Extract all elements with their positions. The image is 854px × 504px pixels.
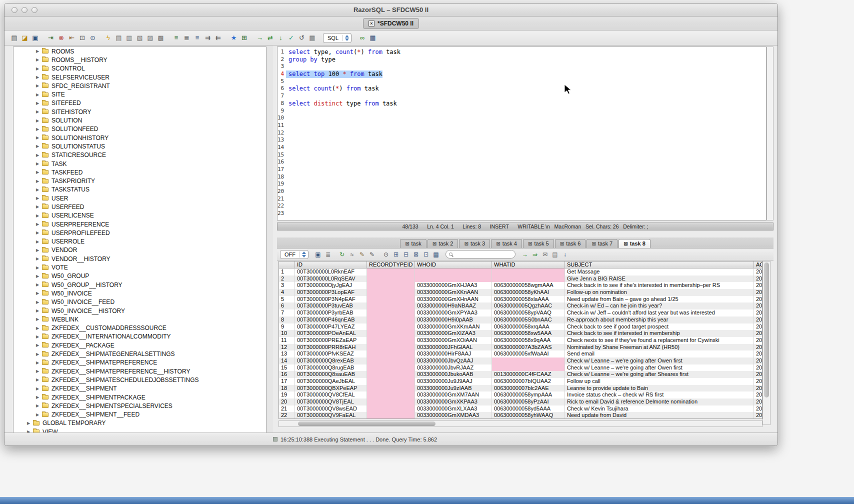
table-cell[interactable] xyxy=(492,276,565,282)
table-cell[interactable]: 200 xyxy=(754,385,762,392)
table-cell[interactable]: Check w/ Kevin Tsujihara xyxy=(565,406,754,412)
search-results-icon[interactable]: ⊙ xyxy=(382,250,390,259)
disclosure-triangle-icon[interactable]: ▶ xyxy=(36,101,42,106)
tree-item[interactable]: ▶TASKPRIORITY xyxy=(14,176,266,185)
table-cell[interactable]: 200 xyxy=(754,406,762,412)
table-cell[interactable]: 0033000000GmXPYAA3 xyxy=(415,310,492,316)
table-cell[interactable]: 00630000007bIQUAA2 xyxy=(492,378,565,385)
table-cell[interactable]: 0033000000JFhGlAAL xyxy=(415,344,492,351)
table-cell[interactable]: 00T3000000P3tuvEAB xyxy=(295,302,367,310)
table-cell[interactable]: 200 xyxy=(754,282,762,289)
table-cell[interactable]: Check-in w/ Ed – can he join this year? xyxy=(565,302,754,310)
close-result-tab-icon[interactable]: ⊠ xyxy=(624,241,628,246)
horizontal-scroll-thumb[interactable] xyxy=(298,422,436,426)
disclosure-triangle-icon[interactable]: ▶ xyxy=(36,49,42,54)
tree-item[interactable]: ▶USER xyxy=(14,194,266,202)
database-browser-tree[interactable]: ▶ROOMS▶ROOMS__HISTORY▶SCONTROL▶SELFSERVI… xyxy=(13,46,266,434)
stop-icon[interactable]: ⊗ xyxy=(56,33,66,42)
table-cell[interactable]: 00T3000000Q8sauEAB xyxy=(295,371,367,378)
table-row[interactable]: 400T3000000P3LopEAF0033000000GmXKnAAN006… xyxy=(279,289,762,296)
table-cell[interactable]: 00T3000000PfvKSEAZ xyxy=(295,350,367,358)
validate-check-icon[interactable]: ✓ xyxy=(286,33,296,42)
editor-line[interactable]: 3 xyxy=(278,63,766,70)
disclosure-triangle-icon[interactable]: ▶ xyxy=(36,386,42,391)
editor-line[interactable]: 18 xyxy=(278,174,766,181)
results-doc-icon[interactable]: ▤ xyxy=(114,33,124,42)
table-cell[interactable]: Need update from David xyxy=(565,412,754,419)
undo-icon[interactable]: ↺ xyxy=(297,33,306,42)
table-cell[interactable] xyxy=(492,358,565,364)
row-limit-select[interactable]: OFF xyxy=(280,250,308,259)
close-result-tab-icon[interactable]: ⊠ xyxy=(405,241,409,246)
table-cell[interactable]: 200 xyxy=(754,344,762,351)
table-cell[interactable]: 0033000000GmXMDAA3 xyxy=(415,412,492,419)
table-cell[interactable]: 200 xyxy=(754,412,762,419)
table-cell[interactable]: 0033000000GmXKnAAN xyxy=(415,289,492,296)
table-cell[interactable]: 006300000058x9qAAA xyxy=(492,337,565,344)
disclosure-triangle-icon[interactable]: ▶ xyxy=(27,421,33,426)
table-cell[interactable]: 0033000000H9i0pAAB xyxy=(415,316,492,324)
tree-item[interactable]: ▶W50_GROUP__HISTORY xyxy=(14,280,266,289)
table-cell[interactable]: 200 xyxy=(754,350,762,358)
table-cell[interactable]: Check back in to see if she's interested… xyxy=(565,282,754,289)
connections-icon[interactable]: ∞ xyxy=(358,33,367,42)
tree-item[interactable]: ▶ZKFEDEX__SHIPMATEPREFERENCE__HISTORY xyxy=(14,367,266,376)
disclosure-triangle-icon[interactable]: ▶ xyxy=(36,282,42,287)
table-cell[interactable]: Check back to see if interested in membe… xyxy=(565,330,754,337)
table-cell[interactable]: 200 xyxy=(754,364,762,372)
table-cell[interactable]: Get Massage xyxy=(565,268,754,276)
table-cell[interactable] xyxy=(367,296,415,303)
result-tab[interactable]: ⊠task 2 xyxy=(428,239,458,248)
table-cell[interactable] xyxy=(415,268,492,276)
table-row[interactable]: 1500T3000000Q8rugEAB0033000000JbvRJAAZCh… xyxy=(279,364,762,372)
tree-item[interactable]: ▶W50_INVOICE__FEED xyxy=(14,298,266,306)
table-row[interactable]: 700T3000000P3yrbEAB0033000000GmXPYAA3006… xyxy=(279,310,762,316)
fetch-down-icon[interactable]: ↓ xyxy=(276,33,286,42)
table-cell[interactable]: 00T3000000Q8rugEAB xyxy=(295,364,367,372)
edit-insert-icon[interactable]: ✎ xyxy=(358,250,366,259)
outdent-icon[interactable]: ⇇ xyxy=(214,33,223,42)
disclosure-triangle-icon[interactable]: ▶ xyxy=(36,300,42,304)
table-cell[interactable]: 00630000007blc2AAE xyxy=(492,385,565,392)
table-cell[interactable]: 200 xyxy=(754,358,762,364)
table-cell[interactable] xyxy=(367,392,415,398)
delete-row-icon[interactable]: ⊠ xyxy=(412,250,420,259)
table-cell[interactable]: 00T3000000QV8TjEAL xyxy=(295,398,367,406)
close-result-tab-icon[interactable]: ⊠ xyxy=(496,241,500,246)
schedule-icon[interactable]: ▦ xyxy=(308,33,317,42)
copy-cell-icon[interactable]: ⊡ xyxy=(422,250,430,259)
result-tab[interactable]: ⊠task 7 xyxy=(586,239,618,248)
table-cell[interactable]: 0033000000JbvQzAAJ xyxy=(415,358,492,364)
editor-line[interactable]: 17 xyxy=(278,166,766,174)
disclosure-triangle-icon[interactable]: ▶ xyxy=(36,343,42,348)
indent-icon[interactable]: ⇉ xyxy=(203,33,212,42)
table-cell[interactable]: 00T3000000QV8wsEAD xyxy=(295,406,367,412)
table-cell[interactable] xyxy=(492,364,565,372)
table-cell[interactable]: Follow up call xyxy=(565,378,754,385)
table-cell[interactable] xyxy=(367,385,415,392)
column-header[interactable]: ID xyxy=(295,262,367,268)
editor-line[interactable]: 9 xyxy=(278,108,766,115)
clipboard-paste-icon[interactable]: ▩ xyxy=(156,33,166,42)
row-list-icon[interactable]: ≡ xyxy=(172,33,181,42)
column-header[interactable]: WHOID xyxy=(415,262,492,268)
table-cell[interactable]: 0033000000JbvRJAAZ xyxy=(415,364,492,372)
tree-item[interactable]: ▶USERROLE xyxy=(14,238,266,246)
table-cell[interactable] xyxy=(367,316,415,324)
table-cell[interactable]: 0033000000JbukoAAB xyxy=(415,371,492,378)
table-cell[interactable] xyxy=(367,350,415,358)
tree-item[interactable]: ▶VENDOR__HISTORY xyxy=(14,254,266,263)
tree-item[interactable]: ▶W50_INVOICE__HISTORY xyxy=(14,306,266,315)
tree-item[interactable]: ▶SITEFEED xyxy=(14,99,266,108)
tree-item[interactable]: ▶USERPROFILEFEED xyxy=(14,228,266,237)
favorites-star-icon[interactable]: ★ xyxy=(229,33,238,42)
tree-item[interactable]: ▶W50_INVOICE xyxy=(14,289,266,298)
table-cell[interactable] xyxy=(415,276,492,282)
tree-item[interactable]: ▶ROOMS__HISTORY xyxy=(14,56,266,64)
disclosure-triangle-icon[interactable]: ▶ xyxy=(36,118,42,123)
result-tab[interactable]: ⊠task 5 xyxy=(523,239,554,248)
table-cell[interactable] xyxy=(367,310,415,316)
report-icon[interactable]: ▤ xyxy=(550,250,560,259)
combo-stepper-icon[interactable] xyxy=(342,35,349,41)
tree-item[interactable]: ▶ZKFEDEX__PACKAGE xyxy=(14,341,266,350)
